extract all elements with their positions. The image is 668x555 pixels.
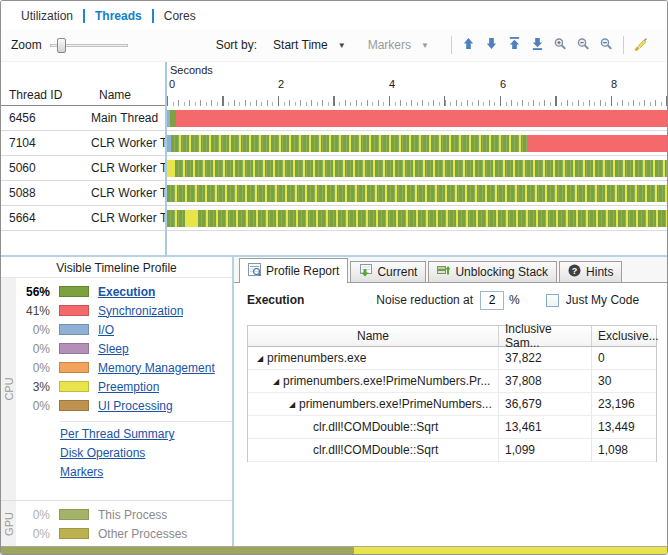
gpu-legend: 0% This Process 0% Other Processes xyxy=(16,501,232,546)
timeline-lane[interactable] xyxy=(167,106,667,131)
move-to-bottom-button[interactable] xyxy=(527,35,548,56)
legend-row: 0% Other Processes xyxy=(16,524,232,543)
legend-link-memory-management[interactable]: Memory Management xyxy=(98,361,215,375)
thread-row[interactable]: 6456 Main Thread xyxy=(1,106,165,131)
report-table-header: Name Inclusive Sam... Exclusive... xyxy=(248,326,656,347)
report-cell-inclusive: 36,679 xyxy=(499,393,592,415)
tab-utilization[interactable]: Utilization xyxy=(11,9,83,23)
ruler-tick-label: 4 xyxy=(389,78,395,90)
legend-row: 3% Preemption xyxy=(16,377,232,396)
legend-pct: 0% xyxy=(16,323,50,337)
noise-reduction-input[interactable] xyxy=(480,291,504,310)
move-to-top-button[interactable] xyxy=(504,35,525,56)
tab-current[interactable]: Current xyxy=(350,261,426,282)
magnifier-icon xyxy=(599,37,613,54)
report-cell-exclusive: 0 xyxy=(592,347,656,369)
just-my-code-label[interactable]: Just My Code xyxy=(566,293,639,307)
column-header-inclusive[interactable]: Inclusive Sam... xyxy=(499,326,592,346)
expand-icon[interactable]: ◢ xyxy=(253,354,267,363)
report-table: Name Inclusive Sam... Exclusive... ◢ pri… xyxy=(247,325,657,462)
timeline-lane[interactable] xyxy=(167,131,667,156)
view-tab-bar: Utilization Threads Cores xyxy=(1,1,667,29)
column-header-exclusive[interactable]: Exclusive... xyxy=(592,326,656,346)
timeline-lane[interactable] xyxy=(167,181,667,206)
report-cell-name: ◢ primenumbers.exe xyxy=(248,347,499,369)
expand-icon[interactable]: ◢ xyxy=(269,377,283,386)
report-row[interactable]: ◢ clr.dll!COMDouble::Sqrt 13,461 13,449 xyxy=(248,416,656,439)
zoom-to-selection-button[interactable] xyxy=(550,35,571,56)
report-row[interactable]: ◢ primenumbers.exe 37,822 0 xyxy=(248,347,656,370)
column-header-name[interactable]: Name xyxy=(248,326,499,346)
expand-icon[interactable]: ◢ xyxy=(285,400,299,409)
arrow-down-icon xyxy=(485,37,498,53)
report-cell-exclusive: 1,098 xyxy=(592,439,656,461)
thread-id: 5664 xyxy=(1,211,91,225)
column-header-name[interactable]: Name xyxy=(99,88,131,102)
timeline-lane[interactable] xyxy=(167,156,667,181)
tab-unblocking-stack[interactable]: Unblocking Stack xyxy=(428,261,557,282)
sort-by-label: Sort by: xyxy=(216,38,257,52)
thread-id: 5060 xyxy=(1,161,91,175)
zoom-slider-thumb[interactable] xyxy=(57,38,66,53)
timeline-chart-area: Seconds 0 2 4 6 8 xyxy=(167,62,667,255)
timeline-ruler: 0 2 4 6 8 xyxy=(167,77,667,106)
highlight-button[interactable] xyxy=(630,35,651,56)
report-controls: Execution Noise reduction at % Just My C… xyxy=(234,283,667,317)
report-row[interactable]: ◢ primenumbers.exe!PrimeNumbers.Pr... 37… xyxy=(248,370,656,393)
legend-link-io[interactable]: I/O xyxy=(98,323,114,337)
gpu-axis: GPU xyxy=(1,501,16,546)
tab-hints[interactable]: ? Hints xyxy=(559,261,622,282)
column-header-thread-id[interactable]: Thread ID xyxy=(9,88,62,102)
tab-profile-report[interactable]: Profile Report xyxy=(239,258,348,283)
report-cell-inclusive: 13,461 xyxy=(499,416,592,438)
thread-row[interactable]: 7104 CLR Worker T... xyxy=(1,131,165,156)
legend-link-preemption[interactable]: Preemption xyxy=(98,380,159,394)
move-down-button[interactable] xyxy=(481,35,502,56)
bottom-strip xyxy=(1,546,667,554)
legend-link-synchronization[interactable]: Synchronization xyxy=(98,304,183,318)
function-name: primenumbers.exe!PrimeNumbers... xyxy=(299,397,492,411)
just-my-code-checkbox[interactable] xyxy=(546,294,559,307)
profile-panel-title: Visible Timeline Profile xyxy=(1,257,232,278)
report-row[interactable]: ◢ clr.dll!COMDouble::Sqrt 1,099 1,098 xyxy=(248,439,656,462)
profile-links: Per Thread Summary Disk Operations Marke… xyxy=(60,421,232,484)
thread-row[interactable]: 5664 CLR Worker T... xyxy=(1,206,165,231)
tab-cores[interactable]: Cores xyxy=(154,9,206,23)
zoom-out-button[interactable] xyxy=(573,35,594,56)
timeline-filler xyxy=(167,231,667,255)
tab-threads[interactable]: Threads xyxy=(85,9,152,23)
sort-by-combo[interactable]: Start Time ▼ xyxy=(265,34,354,56)
function-name: clr.dll!COMDouble::Sqrt xyxy=(313,420,438,434)
legend-pct: 3% xyxy=(16,380,50,394)
seconds-label: Seconds xyxy=(167,62,667,77)
legend-link-execution[interactable]: Execution xyxy=(98,285,155,299)
sort-by-value: Start Time xyxy=(273,38,328,52)
legend-swatch xyxy=(59,343,89,354)
strip-segment xyxy=(354,547,667,554)
arrow-to-bottom-icon xyxy=(531,37,544,53)
gpu-section: GPU 0% This Process 0% Other Processes xyxy=(1,500,232,546)
svg-text:?: ? xyxy=(572,266,578,276)
legend-link-ui-processing[interactable]: UI Processing xyxy=(98,399,173,413)
function-name: primenumbers.exe!PrimeNumbers.Pr... xyxy=(283,374,490,388)
link-per-thread-summary[interactable]: Per Thread Summary xyxy=(60,427,232,446)
timeline-lane[interactable] xyxy=(167,206,667,231)
legend-pct: 56% xyxy=(16,285,50,299)
link-disk-operations[interactable]: Disk Operations xyxy=(60,446,232,465)
arrow-up-icon xyxy=(462,37,475,53)
thread-name: CLR Worker T... xyxy=(91,186,165,200)
legend-pct: 0% xyxy=(16,342,50,356)
link-markers[interactable]: Markers xyxy=(60,465,232,484)
zoom-reset-button[interactable] xyxy=(596,35,617,56)
zoom-slider[interactable] xyxy=(50,36,128,54)
move-up-button[interactable] xyxy=(458,35,479,56)
markers-combo[interactable]: Markers ▼ xyxy=(360,34,437,56)
legend-link-sleep[interactable]: Sleep xyxy=(98,342,129,356)
thread-row[interactable]: 5060 CLR Worker T... xyxy=(1,156,165,181)
report-row[interactable]: ◢ primenumbers.exe!PrimeNumbers... 36,67… xyxy=(248,393,656,416)
tab-label: Current xyxy=(377,265,417,279)
strip-segment xyxy=(1,547,354,554)
thread-row[interactable]: 5088 CLR Worker T... xyxy=(1,181,165,206)
gpu-axis-label: GPU xyxy=(3,512,15,536)
thread-table: Thread ID Name 6456 Main Thread 7104 CLR… xyxy=(1,62,167,255)
